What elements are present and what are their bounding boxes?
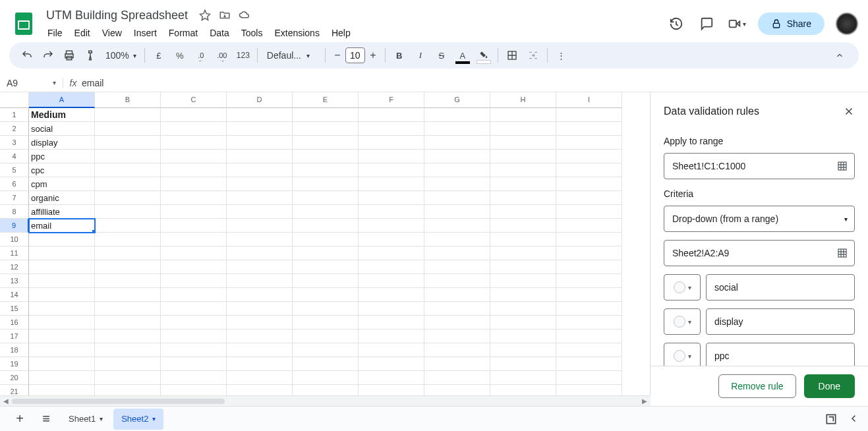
- cell[interactable]: [95, 371, 161, 385]
- fill-color-button[interactable]: [474, 45, 494, 65]
- column-header[interactable]: H: [490, 92, 556, 108]
- row-header[interactable]: 9: [0, 219, 29, 233]
- remove-rule-button[interactable]: Remove rule: [718, 374, 796, 398]
- cell[interactable]: [29, 260, 95, 274]
- cell[interactable]: [359, 343, 424, 357]
- cell[interactable]: [359, 108, 424, 122]
- cell[interactable]: [490, 136, 556, 150]
- star-icon[interactable]: [198, 9, 212, 22]
- comment-icon[interactable]: [697, 14, 716, 33]
- cell[interactable]: [556, 274, 622, 288]
- option-color-chip[interactable]: ▾: [664, 343, 701, 366]
- cell[interactable]: [424, 122, 490, 136]
- cell[interactable]: [161, 357, 227, 371]
- cell[interactable]: [424, 205, 490, 219]
- cell[interactable]: [161, 343, 227, 357]
- criteria-dropdown[interactable]: Drop-down (from a range)▾: [664, 206, 855, 232]
- cell[interactable]: [490, 274, 556, 288]
- cell[interactable]: [490, 371, 556, 385]
- cell[interactable]: [490, 205, 556, 219]
- text-color-button[interactable]: A: [453, 45, 473, 65]
- cell[interactable]: [227, 260, 293, 274]
- cell[interactable]: [293, 371, 359, 385]
- account-avatar[interactable]: [836, 13, 857, 34]
- cell[interactable]: [556, 316, 622, 330]
- cell[interactable]: [556, 191, 622, 205]
- cell[interactable]: [490, 150, 556, 163]
- column-header[interactable]: G: [424, 92, 490, 108]
- cell[interactable]: [161, 219, 227, 233]
- row-header[interactable]: 4: [0, 150, 29, 163]
- cell[interactable]: [359, 246, 424, 260]
- cell[interactable]: [95, 108, 161, 122]
- cell[interactable]: [293, 316, 359, 330]
- cell[interactable]: [95, 246, 161, 260]
- cell[interactable]: [490, 343, 556, 357]
- cell[interactable]: [29, 302, 95, 316]
- cell[interactable]: [161, 150, 227, 163]
- cell[interactable]: [359, 122, 424, 136]
- cell[interactable]: [490, 122, 556, 136]
- add-sheet-button[interactable]: +: [8, 409, 32, 429]
- cell[interactable]: [161, 316, 227, 330]
- cell[interactable]: [29, 343, 95, 357]
- cell[interactable]: [490, 288, 556, 302]
- decrease-decimal-button[interactable]: .0←: [191, 45, 211, 65]
- row-header[interactable]: 17: [0, 330, 29, 343]
- cell[interactable]: [424, 260, 490, 274]
- select-all-corner[interactable]: [0, 92, 29, 108]
- cell[interactable]: [95, 260, 161, 274]
- column-header[interactable]: C: [161, 92, 227, 108]
- cell[interactable]: [227, 246, 293, 260]
- cell[interactable]: [161, 108, 227, 122]
- row-header[interactable]: 14: [0, 288, 29, 302]
- cell[interactable]: [359, 357, 424, 371]
- cell[interactable]: [161, 163, 227, 177]
- row-header[interactable]: 12: [0, 260, 29, 274]
- cell[interactable]: [556, 288, 622, 302]
- cell[interactable]: [161, 274, 227, 288]
- cell[interactable]: [29, 288, 95, 302]
- cell[interactable]: display: [29, 136, 95, 150]
- cell[interactable]: [161, 122, 227, 136]
- cell[interactable]: [293, 260, 359, 274]
- cell[interactable]: [359, 371, 424, 385]
- cell[interactable]: [424, 136, 490, 150]
- cell[interactable]: [293, 191, 359, 205]
- cell[interactable]: [161, 330, 227, 343]
- cell[interactable]: [424, 316, 490, 330]
- font-dropdown[interactable]: Defaul...▾: [262, 50, 321, 61]
- redo-button[interactable]: [38, 45, 58, 65]
- cell[interactable]: [293, 108, 359, 122]
- share-button[interactable]: Share: [758, 13, 825, 35]
- formula-input[interactable]: email: [79, 78, 868, 88]
- cell[interactable]: [95, 330, 161, 343]
- cell[interactable]: [424, 233, 490, 246]
- menu-file[interactable]: File: [42, 25, 68, 41]
- cell[interactable]: [556, 233, 622, 246]
- zoom-dropdown[interactable]: 100%▾: [101, 50, 140, 61]
- option-value[interactable]: display: [706, 308, 855, 335]
- cell[interactable]: [95, 122, 161, 136]
- cell[interactable]: [95, 343, 161, 357]
- cell[interactable]: [161, 177, 227, 191]
- cell[interactable]: [293, 122, 359, 136]
- cell[interactable]: [95, 302, 161, 316]
- increase-font-button[interactable]: +: [365, 47, 381, 63]
- sheets-logo[interactable]: [11, 11, 37, 37]
- cell[interactable]: [490, 260, 556, 274]
- cell[interactable]: [424, 274, 490, 288]
- cell[interactable]: [293, 343, 359, 357]
- cell[interactable]: [29, 316, 95, 330]
- cell[interactable]: [556, 302, 622, 316]
- cell[interactable]: [424, 302, 490, 316]
- cell[interactable]: [556, 343, 622, 357]
- cell[interactable]: [95, 205, 161, 219]
- menu-extensions[interactable]: Extensions: [269, 25, 324, 41]
- merge-button[interactable]: [523, 45, 543, 65]
- cell[interactable]: [227, 316, 293, 330]
- cell[interactable]: [359, 191, 424, 205]
- cell[interactable]: social: [29, 122, 95, 136]
- cell[interactable]: [227, 108, 293, 122]
- cell[interactable]: [161, 191, 227, 205]
